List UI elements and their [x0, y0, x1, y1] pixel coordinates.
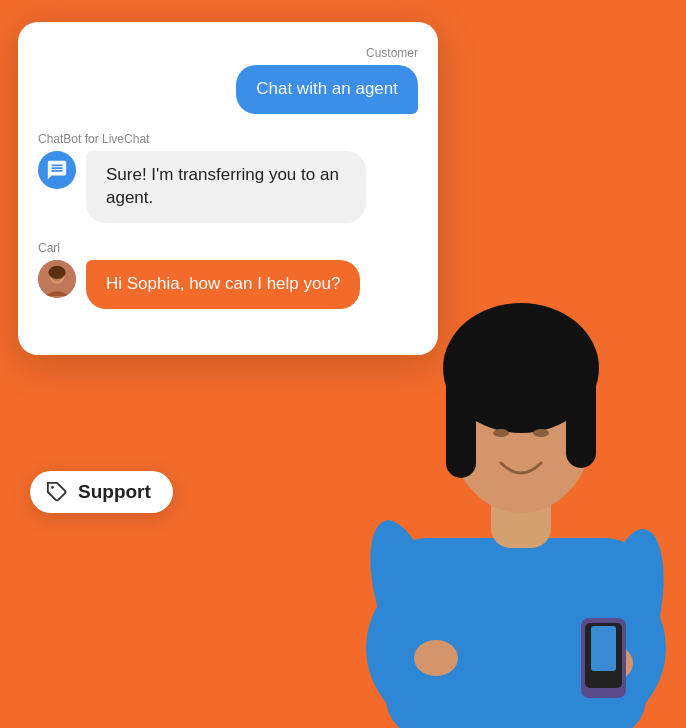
- svg-point-11: [493, 429, 509, 437]
- person-svg: [326, 168, 686, 728]
- svg-rect-10: [566, 358, 596, 468]
- support-tag-icon: [46, 481, 68, 503]
- support-tag-label: Support: [78, 481, 151, 503]
- svg-point-3: [48, 266, 65, 279]
- svg-point-12: [533, 429, 549, 437]
- bot-sender-label: ChatBot for LiveChat: [38, 132, 149, 146]
- person-image: [326, 168, 686, 728]
- agent-sender-label: Carl: [38, 241, 60, 255]
- customer-message-row: Customer Chat with an agent: [38, 46, 418, 114]
- customer-bubble: Chat with an agent: [236, 65, 418, 114]
- agent-bubble-row: Hi Sophia, how can I help you?: [38, 260, 360, 309]
- svg-rect-9: [446, 358, 476, 478]
- bot-avatar: [38, 151, 76, 189]
- chat-icon: [46, 159, 68, 181]
- agent-avatar-svg: [38, 260, 76, 298]
- bot-bubble-row: Sure! I'm transferring you to an agent.: [38, 151, 366, 223]
- support-tag: Support: [30, 471, 173, 513]
- customer-sender-label: Customer: [366, 46, 418, 60]
- agent-bubble: Hi Sophia, how can I help you?: [86, 260, 360, 309]
- svg-rect-19: [591, 626, 616, 671]
- agent-avatar: [38, 260, 76, 298]
- svg-point-15: [414, 640, 458, 676]
- bot-bubble: Sure! I'm transferring you to an agent.: [86, 151, 366, 223]
- svg-point-20: [51, 486, 54, 489]
